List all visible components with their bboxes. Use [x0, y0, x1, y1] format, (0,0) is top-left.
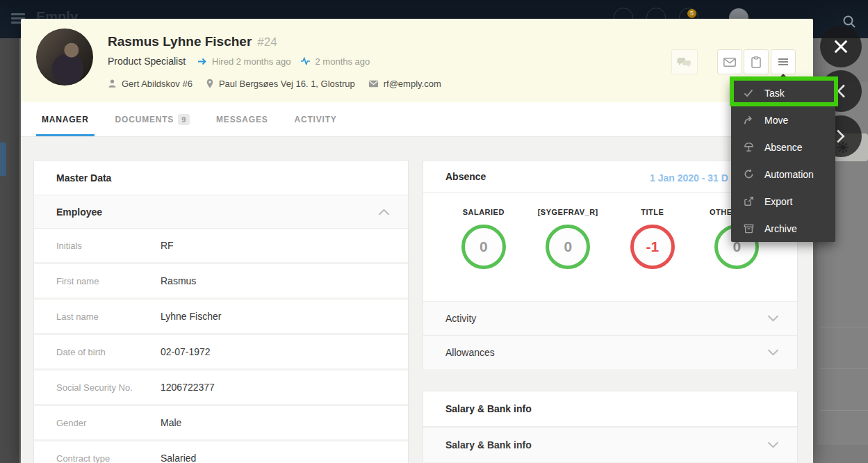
absence-date-range-link[interactable]: 1 Jan 2020 - 31 D: [650, 172, 728, 184]
chevron-down-icon: [767, 315, 779, 322]
send-email-button[interactable]: [717, 49, 742, 74]
documents-count-badge: 9: [178, 114, 190, 125]
notification-badge: 5: [687, 9, 696, 18]
field-row: GenderMale: [34, 406, 408, 441]
more-actions-button[interactable]: [771, 49, 796, 74]
hired-arrow-icon: [197, 58, 207, 65]
last-activity-text: 2 months ago: [316, 56, 370, 67]
parasol-icon: [743, 142, 754, 152]
field-row: Last nameLyhne Fischer: [34, 300, 408, 335]
chevron-left-icon: [835, 83, 846, 99]
absence-stat: [SYGEFRAV_R] 0: [526, 193, 611, 301]
salary-card: Salary & Bank info Salary & Bank info: [423, 391, 798, 462]
field-row: Date of birth02-07-1972: [34, 335, 408, 371]
documents-button[interactable]: [744, 49, 769, 74]
stat-circle: 0: [546, 225, 590, 269]
master-data-card: Master Data Employee InitialsRF First na…: [33, 160, 409, 463]
close-icon: [833, 39, 849, 54]
context-menu: Task Move Absence Automation Export Arch…: [731, 79, 835, 242]
dimmed-sidebar: [0, 38, 19, 463]
menu-item-move[interactable]: Move: [731, 106, 835, 133]
job-title: Product Specialist: [108, 56, 186, 67]
chat-bubbles-icon: [677, 56, 692, 67]
tab-manager[interactable]: MANAGER: [36, 102, 95, 136]
absence-stat: TITLE -1: [610, 193, 695, 301]
profile-header: Rasmus Lyhne Fischer#24 Product Speciali…: [21, 19, 813, 102]
move-arrow-icon: [743, 115, 754, 125]
tab-activity[interactable]: ACTIVITY: [289, 102, 343, 136]
menu-item-task[interactable]: Task: [731, 79, 835, 106]
chevron-right-icon: [835, 129, 846, 144]
stat-circle: -1: [630, 225, 675, 269]
salary-title: Salary & Bank info: [423, 391, 797, 427]
master-data-title: Master Data: [34, 161, 408, 195]
employee-number: #24: [257, 35, 277, 49]
absence-title: Absence: [445, 171, 486, 182]
email-address: rf@emply.com: [384, 79, 441, 89]
absence-stat: SALARIED 0: [441, 193, 526, 301]
employee-photo: [36, 29, 93, 86]
clipboard-icon: [751, 56, 761, 68]
field-row: InitialsRF: [34, 229, 408, 264]
chevron-down-icon: [767, 441, 779, 448]
export-icon: [743, 196, 754, 206]
employee-name: Rasmus Lyhne Fischer: [108, 34, 252, 49]
stat-circle: 0: [461, 225, 506, 269]
refresh-icon: [743, 169, 754, 179]
envelope-icon: [723, 58, 736, 67]
archive-icon: [743, 224, 754, 234]
close-button[interactable]: [820, 26, 862, 67]
manager-name: Gert Abildskov #6: [122, 79, 193, 89]
salary-section-row[interactable]: Salary & Bank info: [423, 427, 797, 462]
tab-documents[interactable]: DOCUMENTS9: [110, 102, 195, 136]
person-icon: [108, 79, 117, 88]
dimmed-sidebar-active-item: [0, 143, 6, 176]
activity-section-row[interactable]: Activity: [423, 301, 797, 335]
menu-item-archive[interactable]: Archive: [731, 215, 835, 242]
employee-group-row[interactable]: Employee: [34, 195, 408, 229]
allowances-section-row[interactable]: Allowances: [423, 335, 797, 369]
field-row: Social Security No.1206722377: [34, 371, 408, 406]
hired-text: Hired 2 months ago: [212, 56, 290, 67]
chevron-up-icon: [378, 209, 390, 216]
chevron-down-icon: [767, 349, 779, 356]
check-icon: [743, 89, 754, 97]
menu-item-automation[interactable]: Automation: [731, 161, 835, 188]
hamburger-icon: [778, 58, 789, 66]
location-pin-icon: [206, 79, 214, 89]
tab-messages[interactable]: MESSAGES: [211, 102, 273, 136]
email-icon: [368, 80, 379, 88]
field-row: Contract typeSalaried: [34, 441, 408, 463]
menu-item-export[interactable]: Export: [731, 188, 835, 215]
profile-tabs: MANAGER DOCUMENTS9 MESSAGES ACTIVITY: [21, 102, 813, 137]
activity-pulse-icon: [300, 57, 311, 65]
chat-button[interactable]: [671, 49, 698, 74]
menu-item-absence[interactable]: Absence: [731, 133, 835, 161]
field-row: First nameRasmus: [34, 264, 408, 300]
employee-profile-modal: Rasmus Lyhne Fischer#24 Product Speciali…: [21, 19, 813, 463]
address: Paul Bergsøes Vej 16. 1, Glostrup: [219, 79, 355, 89]
